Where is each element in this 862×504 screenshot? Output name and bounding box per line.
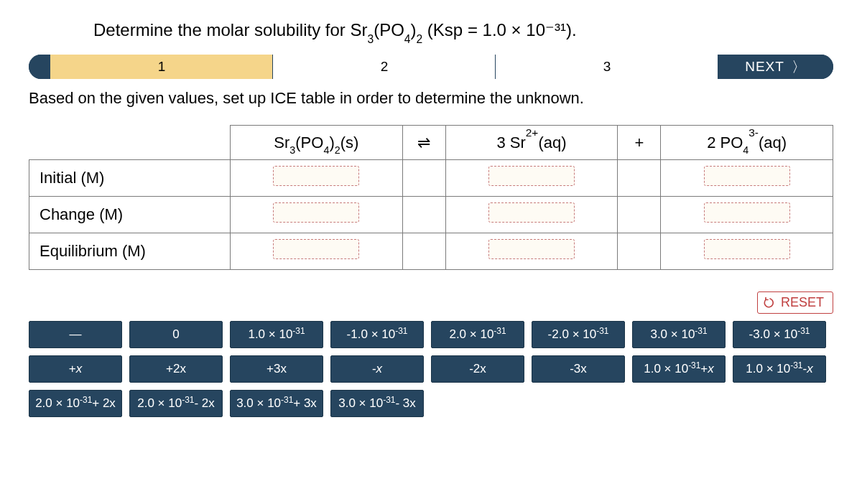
row-label: Equilibrium (M) bbox=[29, 233, 231, 270]
answer-tile[interactable]: 2.0 × 10-31 - 2x bbox=[129, 390, 223, 417]
reset-button[interactable]: RESET bbox=[757, 291, 833, 314]
header-reactant: Sr3(PO4)2(s) bbox=[231, 126, 403, 160]
answer-tile[interactable]: — bbox=[29, 321, 122, 348]
step-2[interactable]: 2 bbox=[273, 55, 496, 79]
drop-zone[interactable] bbox=[488, 166, 575, 186]
ice-table: Sr3(PO4)2(s) ⇌ 3 Sr2+(aq) + 2 PO43-(aq) … bbox=[29, 125, 833, 270]
step-3[interactable]: 3 bbox=[496, 55, 718, 79]
header-equilibrium-arrow: ⇌ bbox=[402, 126, 445, 160]
answer-tile[interactable]: 3.0 × 10-31 bbox=[632, 321, 726, 348]
answer-tile[interactable]: 2.0 × 10-31 bbox=[431, 321, 524, 348]
answer-tile[interactable]: +2x bbox=[129, 355, 223, 383]
row-label: Change (M) bbox=[29, 197, 231, 233]
answer-tile[interactable]: 1.0 × 10-31 - x bbox=[733, 355, 826, 383]
header-plus: + bbox=[618, 126, 661, 160]
answer-tile[interactable]: +x bbox=[29, 355, 122, 383]
answer-tile[interactable]: -3x bbox=[532, 355, 625, 383]
drop-zone[interactable] bbox=[704, 202, 790, 223]
drop-zone[interactable] bbox=[273, 202, 359, 223]
answer-tile[interactable]: 0 bbox=[129, 321, 223, 348]
step-1[interactable]: 1 bbox=[50, 55, 273, 79]
answer-tile[interactable]: 1.0 × 10-31 + x bbox=[632, 355, 726, 383]
answer-tile[interactable]: 3.0 × 10-31 + 3x bbox=[230, 390, 323, 417]
answer-tile[interactable]: -x bbox=[330, 355, 424, 383]
next-button[interactable]: NEXT 〉 bbox=[718, 55, 833, 79]
chevron-right-icon: 〉 bbox=[792, 57, 807, 77]
answer-tile[interactable]: -2x bbox=[431, 355, 524, 383]
question-text: Determine the molar solubility for Sr3(P… bbox=[93, 20, 833, 40]
drop-zone[interactable] bbox=[488, 202, 575, 223]
drop-zone[interactable] bbox=[704, 239, 790, 259]
drop-zone[interactable] bbox=[273, 166, 359, 186]
answer-tiles: —01.0 × 10-31-1.0 × 10-312.0 × 10-31-2.0… bbox=[29, 321, 833, 417]
header-product-2: 2 PO43-(aq) bbox=[661, 126, 833, 160]
step-progress: 1 2 3 NEXT 〉 bbox=[29, 55, 833, 79]
instruction-text: Based on the given values, set up ICE ta… bbox=[29, 89, 833, 108]
answer-tile[interactable]: -3.0 × 10-31 bbox=[733, 321, 826, 348]
drop-zone[interactable] bbox=[704, 166, 790, 186]
answer-tile[interactable]: -1.0 × 10-31 bbox=[330, 321, 424, 348]
answer-tile[interactable]: -2.0 × 10-31 bbox=[532, 321, 625, 348]
reset-icon bbox=[764, 297, 777, 309]
header-product-1: 3 Sr2+(aq) bbox=[445, 126, 618, 160]
drop-zone[interactable] bbox=[488, 239, 575, 259]
answer-tile[interactable]: 2.0 × 10-31 + 2x bbox=[29, 390, 122, 417]
progress-cap-left bbox=[29, 55, 50, 79]
answer-tile[interactable]: 1.0 × 10-31 bbox=[230, 321, 323, 348]
answer-tile[interactable]: +3x bbox=[230, 355, 323, 383]
row-label: Initial (M) bbox=[29, 160, 231, 197]
drop-zone[interactable] bbox=[273, 239, 359, 259]
answer-tile[interactable]: 3.0 × 10-31 - 3x bbox=[330, 390, 424, 417]
